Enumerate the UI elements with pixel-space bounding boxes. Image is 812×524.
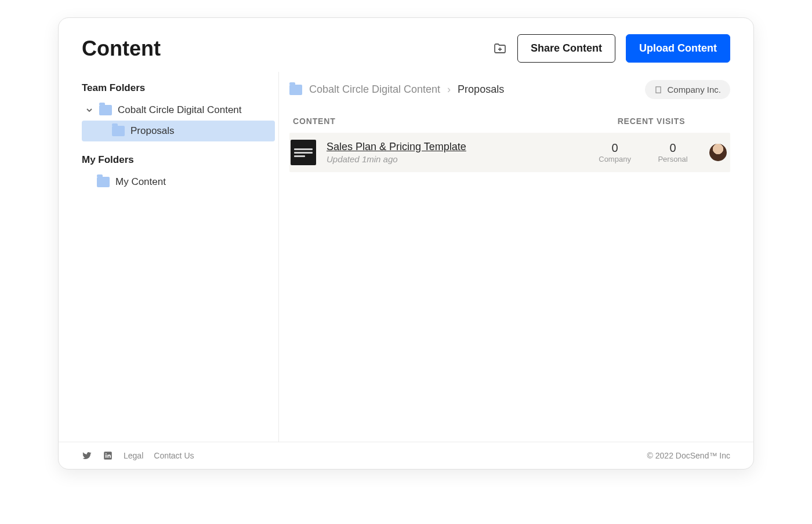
- columns-header: CONTENT RECENT VISITS: [289, 117, 730, 133]
- footer: Legal Contact Us © 2022 DocSend™ Inc: [59, 442, 753, 469]
- sidebar-item-label: Cobalt Circle Digital Content: [118, 104, 242, 116]
- chevron-down-icon: [85, 106, 93, 114]
- sidebar: Team Folders Cobalt Circle Digital Conte…: [82, 72, 279, 442]
- footer-contact-link[interactable]: Contact Us: [154, 451, 194, 460]
- content-row[interactable]: Sales Plan & Pricing Template Updated 1m…: [289, 133, 730, 172]
- svg-point-7: [106, 453, 107, 454]
- linkedin-icon[interactable]: [103, 450, 113, 461]
- new-folder-icon[interactable]: [493, 42, 507, 56]
- sidebar-item-proposals[interactable]: Proposals: [82, 121, 275, 141]
- twitter-icon[interactable]: [82, 450, 92, 461]
- breadcrumb: Cobalt Circle Digital Content › Proposal…: [289, 83, 504, 96]
- folder-icon: [97, 177, 110, 187]
- visits-company-label: Company: [599, 155, 631, 163]
- folder-icon: [289, 85, 302, 95]
- folder-icon: [99, 105, 112, 115]
- column-content: CONTENT: [293, 117, 576, 126]
- document-thumbnail: [291, 140, 316, 165]
- building-icon: [654, 86, 662, 94]
- visits-personal-count: 0: [658, 141, 687, 155]
- breadcrumb-parent[interactable]: Cobalt Circle Digital Content: [309, 83, 440, 96]
- sidebar-item-team-root[interactable]: Cobalt Circle Digital Content: [82, 100, 275, 121]
- column-recent-visits: RECENT VISITS: [576, 117, 727, 126]
- folder-icon: [112, 126, 125, 136]
- upload-content-button[interactable]: Upload Content: [626, 34, 730, 63]
- svg-rect-2: [656, 86, 661, 93]
- sidebar-item-label: My Content: [115, 176, 166, 188]
- chevron-right-icon: ›: [447, 83, 451, 96]
- recent-visits: 0 Company 0 Personal: [585, 141, 701, 163]
- header-actions: Share Content Upload Content: [493, 34, 730, 63]
- document-updated: Updated 1min ago: [327, 154, 585, 164]
- document-info: Sales Plan & Pricing Template Updated 1m…: [327, 141, 585, 164]
- breadcrumb-current: Proposals: [458, 83, 504, 96]
- visits-personal-label: Personal: [658, 155, 687, 163]
- sidebar-item-my-content[interactable]: My Content: [82, 172, 275, 192]
- document-title[interactable]: Sales Plan & Pricing Template: [327, 141, 585, 153]
- body: Team Folders Cobalt Circle Digital Conte…: [59, 72, 753, 442]
- app-window: Content Share Content Upload Content Tea…: [58, 17, 754, 470]
- page-title: Content: [82, 37, 161, 61]
- share-content-button[interactable]: Share Content: [517, 34, 615, 63]
- footer-copyright: © 2022 DocSend™ Inc: [647, 451, 730, 460]
- visits-company: 0 Company: [599, 141, 631, 163]
- svg-rect-6: [106, 455, 107, 458]
- my-folders-heading: My Folders: [82, 154, 275, 166]
- team-folders-heading: Team Folders: [82, 82, 275, 94]
- owner-avatar[interactable]: [709, 144, 727, 161]
- header: Content Share Content Upload Content: [59, 18, 753, 72]
- sidebar-item-label: Proposals: [130, 125, 175, 137]
- footer-left: Legal Contact Us: [82, 450, 194, 461]
- company-name: Company Inc.: [667, 85, 721, 94]
- visits-company-count: 0: [599, 141, 631, 155]
- visits-personal: 0 Personal: [658, 141, 687, 163]
- footer-legal-link[interactable]: Legal: [124, 451, 143, 460]
- company-selector[interactable]: Company Inc.: [645, 80, 730, 99]
- main: Cobalt Circle Digital Content › Proposal…: [279, 72, 730, 442]
- breadcrumb-row: Cobalt Circle Digital Content › Proposal…: [289, 80, 730, 99]
